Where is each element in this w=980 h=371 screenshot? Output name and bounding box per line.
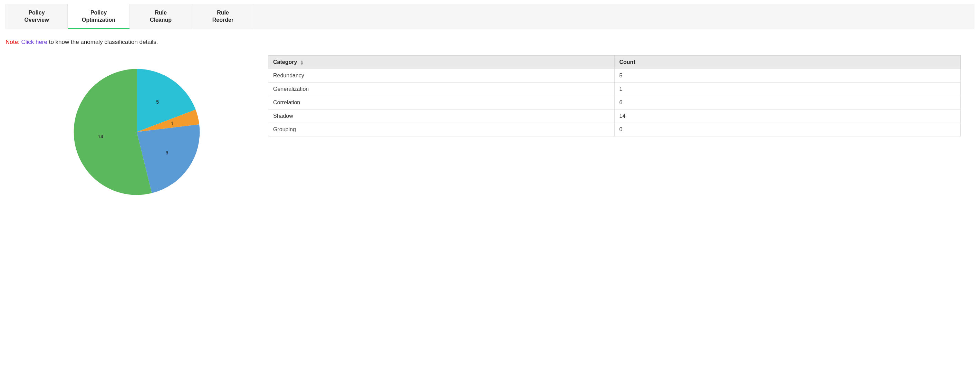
table-row[interactable]: Correlation6 <box>268 96 961 110</box>
tab-label-line1: Rule <box>155 10 167 17</box>
col-header-count-label: Count <box>619 59 635 65</box>
tab-label-line2: Optimization <box>82 17 115 24</box>
table-column: Category ▲▼ Count Redundancy5Generalizat… <box>268 53 974 137</box>
tab-rule-cleanup[interactable]: Rule Cleanup <box>130 4 192 29</box>
cell-count: 1 <box>614 83 961 96</box>
cell-count: 5 <box>614 69 961 83</box>
tab-label-line1: Policy <box>91 10 107 17</box>
tab-label-line2: Overview <box>24 17 49 24</box>
tab-label-line2: Cleanup <box>150 17 172 24</box>
table-row[interactable]: Grouping0 <box>268 123 961 137</box>
sort-icon: ▲▼ <box>300 60 304 65</box>
table-header-row: Category ▲▼ Count <box>268 56 961 69</box>
cell-category: Grouping <box>268 123 615 137</box>
table-row[interactable]: Shadow14 <box>268 110 961 123</box>
cell-count: 14 <box>614 110 961 123</box>
anomaly-details-link[interactable]: Click here <box>21 39 47 45</box>
cell-category: Generalization <box>268 83 615 96</box>
content-row: 51614 Category ▲▼ Count Redundancy5Gener… <box>6 53 974 197</box>
note-rest: to know the anomaly classification detai… <box>49 39 158 45</box>
col-header-category[interactable]: Category ▲▼ <box>268 56 615 69</box>
cell-category: Redundancy <box>268 69 615 83</box>
cell-category: Shadow <box>268 110 615 123</box>
anomaly-pie-chart[interactable]: 51614 <box>71 66 202 197</box>
tab-policy-optimization[interactable]: Policy Optimization <box>68 4 130 29</box>
table-row[interactable]: Generalization1 <box>268 83 961 96</box>
tab-label-line1: Rule <box>217 10 229 17</box>
table-row[interactable]: Redundancy5 <box>268 69 961 83</box>
tab-policy-overview[interactable]: Policy Overview <box>6 4 68 29</box>
cell-category: Correlation <box>268 96 615 110</box>
note-prefix: Note: <box>6 39 20 45</box>
note-line: Note: Click here to know the anomaly cla… <box>6 39 974 46</box>
tab-rule-reorder[interactable]: Rule Reorder <box>192 4 254 29</box>
tab-label-line2: Reorder <box>212 17 234 24</box>
anomaly-table: Category ▲▼ Count Redundancy5Generalizat… <box>268 55 961 137</box>
col-header-category-label: Category <box>273 59 297 65</box>
chart-column: 51614 <box>6 53 268 197</box>
cell-count: 6 <box>614 96 961 110</box>
tabs-bar: Policy Overview Policy Optimization Rule… <box>6 4 974 29</box>
col-header-count[interactable]: Count <box>614 56 961 69</box>
cell-count: 0 <box>614 123 961 137</box>
tab-label-line1: Policy <box>28 10 45 17</box>
